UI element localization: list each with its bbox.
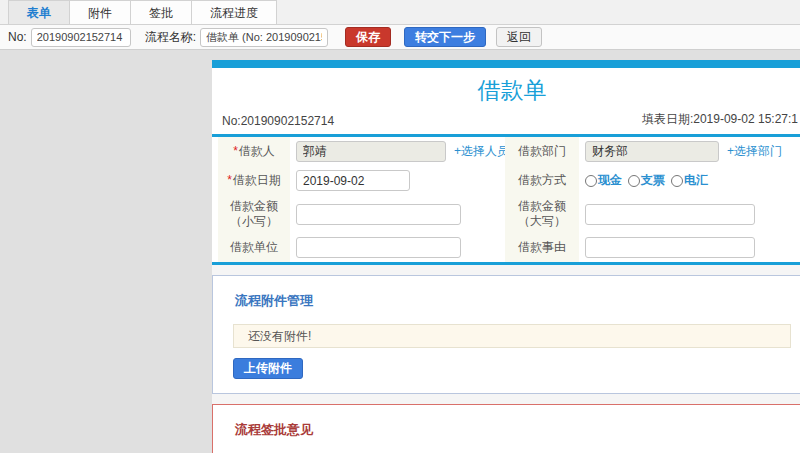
toolbar: No: 流程名称: 保存 转交下一步 返回: [0, 25, 800, 50]
amount-small-cell: [290, 195, 505, 233]
approval-heading: 流程签批意见: [235, 421, 800, 439]
amount-small-label: 借款金额（小写）: [218, 195, 290, 233]
wire-radio[interactable]: [671, 175, 683, 187]
form-meta-row: No:20190902152714 填表日期:2019-09-02 15:27:…: [212, 109, 800, 134]
method-option-wire[interactable]: 电汇: [671, 172, 708, 189]
borrower-input[interactable]: [296, 141, 446, 162]
transfer-next-step-button[interactable]: 转交下一步: [404, 27, 486, 47]
borrower-cell: +选择人员: [290, 137, 505, 166]
loan-unit-cell: [290, 233, 505, 262]
borrower-label: * 借款人: [218, 137, 290, 166]
no-label: No:: [8, 30, 27, 44]
upload-attachment-button[interactable]: 上传附件: [233, 358, 303, 379]
top-accent-bar: [212, 60, 800, 68]
loan-reason-input[interactable]: [585, 237, 755, 258]
method-option-cash[interactable]: 现金: [585, 172, 622, 189]
no-input[interactable]: [31, 28, 131, 47]
amount-small-input[interactable]: [296, 204, 461, 225]
method-radio-group: 现金 支票 电汇: [585, 172, 714, 189]
cash-radio[interactable]: [585, 175, 597, 187]
check-radio[interactable]: [628, 175, 640, 187]
select-person-link[interactable]: +选择人员: [454, 143, 509, 160]
approval-section: 流程签批意见 B I abc: [212, 404, 800, 453]
form-date-text: 填表日期:2019-09-02 15:27:1: [642, 111, 798, 128]
tab-bar: 表单 附件 签批 流程进度: [0, 0, 800, 25]
loan-reason-cell: [579, 233, 800, 262]
department-input[interactable]: [585, 141, 719, 162]
loan-method-label: 借款方式: [505, 166, 579, 195]
page-title: 借款单: [212, 68, 800, 109]
back-button[interactable]: 返回: [496, 27, 542, 47]
loan-form-grid: * 借款人 +选择人员 借款部门 +选择部门 * 借款日期: [212, 137, 800, 262]
required-mark: *: [233, 144, 238, 159]
amount-big-label: 借款金额（大写）: [505, 195, 579, 233]
loan-unit-input[interactable]: [296, 237, 461, 258]
process-name-label: 流程名称:: [145, 29, 196, 46]
loan-date-input[interactable]: [296, 170, 410, 191]
tab-approval[interactable]: 签批: [131, 0, 192, 24]
loan-method-cell: 现金 支票 电汇: [579, 166, 800, 195]
save-button[interactable]: 保存: [345, 27, 391, 47]
process-name-input[interactable]: [200, 28, 328, 47]
department-cell: +选择部门: [579, 137, 800, 166]
amount-big-cell: [579, 195, 800, 233]
form-no-text: No:20190902152714: [222, 114, 334, 128]
tab-progress[interactable]: 流程进度: [192, 0, 277, 24]
attachments-section: 流程附件管理 还没有附件! 上传附件: [212, 275, 800, 394]
loan-date-cell: [290, 166, 505, 195]
tab-attachment[interactable]: 附件: [70, 0, 131, 24]
no-attachments-message: 还没有附件!: [233, 324, 791, 348]
divider-bottom: [212, 262, 800, 265]
loan-unit-label: 借款单位: [218, 233, 290, 262]
tab-form[interactable]: 表单: [8, 0, 70, 24]
department-label: 借款部门: [505, 137, 579, 166]
loan-reason-label: 借款事由: [505, 233, 579, 262]
loan-date-label: * 借款日期: [218, 166, 290, 195]
attachments-heading: 流程附件管理: [235, 292, 800, 310]
select-department-link[interactable]: +选择部门: [727, 143, 782, 160]
amount-big-input[interactable]: [585, 204, 755, 225]
loan-form-card: 借款单 No:20190902152714 填表日期:2019-09-02 15…: [212, 60, 800, 265]
required-mark: *: [227, 173, 232, 188]
form-panel: 借款单 No:20190902152714 填表日期:2019-09-02 15…: [212, 60, 800, 453]
method-option-check[interactable]: 支票: [628, 172, 665, 189]
